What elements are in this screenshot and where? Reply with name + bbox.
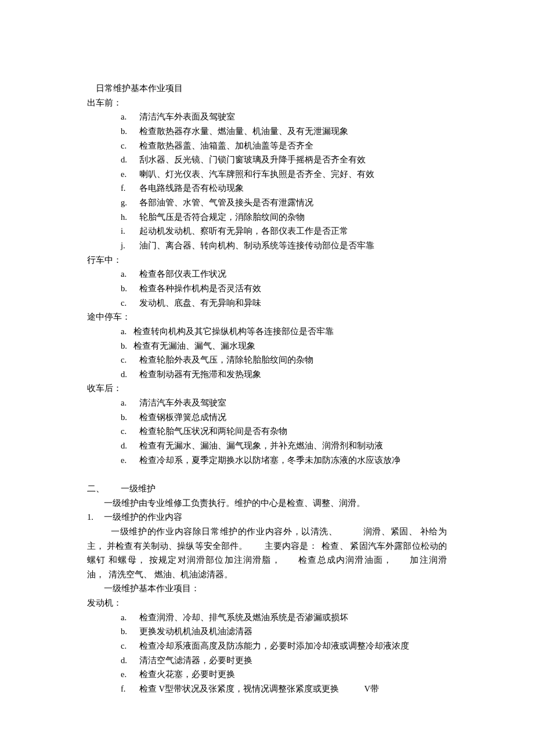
- item-text: 更换发动机机油及机油滤清器: [139, 624, 252, 639]
- item-text: 各电路线路是否有松动现象: [139, 181, 244, 196]
- marker: j.: [121, 238, 139, 253]
- body-text: 检查、: [322, 541, 348, 551]
- list-item: b.检查各种操作机构是否灵活有效: [121, 281, 447, 296]
- list-item: a.检查转向机构及其它操纵机构等各连接部位是否牢靠: [121, 324, 447, 339]
- item-text: 起动机发动机、察听有无异响，各部仪表工作是否正常: [139, 224, 348, 238]
- marker: b.: [121, 124, 139, 139]
- list-item: d.清洁空气滤清器，必要时更换: [121, 653, 447, 668]
- item-text: 检查冷却系，夏季定期换水以防堵塞，冬季未加防冻液的水应该放净: [139, 453, 400, 468]
- list-item: a.检查各部仪表工作状况: [121, 267, 447, 281]
- text: 型带状况及张紧度，视情况调整张紧度或更换: [165, 684, 339, 693]
- item-text: 清洁空气滤清器，必要时更换: [139, 653, 252, 668]
- list-item: c.检查冷却系液面高度及防冻能力，必要时添加冷却液或调整冷却液浓度: [121, 639, 447, 653]
- body-text: 清洗空气、: [109, 570, 152, 579]
- body-text: 燃油、机油滤清器。: [154, 570, 233, 579]
- item-text: 检查火花塞，必要时更换: [139, 667, 235, 682]
- list-item: b.检查有无漏油、漏气、漏水现象: [121, 339, 447, 353]
- marker: b.: [121, 410, 139, 425]
- item-text: 清洁汽车外表面及驾驶室: [139, 110, 235, 124]
- marker: h.: [121, 210, 139, 225]
- body-text: 一级维护的作业内容除日常维护的作业内容外，以清洗、: [111, 527, 338, 536]
- level1-body: 一级维护的作业内容除日常维护的作业内容外，以清洗、润滑、紧固、 补给为主， 并检…: [87, 525, 447, 582]
- text: 检查: [139, 684, 159, 693]
- list-item: e.喇叭、灯光仪表、汽车牌照和行车执照是否齐全、完好、有效: [121, 167, 447, 182]
- item-text: 检查散热器存水量、燃油量、机油量、及有无泄漏现象: [139, 124, 348, 139]
- marker: c.: [121, 296, 139, 310]
- list-item: h.轮胎气压是否符合规定，消除胎纹间的杂物: [121, 210, 447, 225]
- marker: c.: [121, 353, 139, 367]
- item-text: 各部油管、水管、气管及接头是否有泄露情况: [139, 196, 313, 210]
- section-heading-driving: 行车中：: [87, 253, 447, 267]
- body-text: 和螺母，: [109, 555, 146, 565]
- level1-sub-heading: 1.一级维护的作业内容: [87, 510, 447, 525]
- item-text: 检查制动器有无拖滞和发热现象: [139, 367, 261, 382]
- marker: f.: [121, 682, 139, 696]
- section-heading-before: 出车前：: [87, 96, 447, 110]
- body-text: 润滑、紧固、: [363, 527, 417, 536]
- list-item: a.清洁汽车外表及驾驶室: [121, 396, 447, 410]
- marker: c.: [121, 424, 139, 439]
- list-item: e.检查冷却系，夏季定期换水以防堵塞，冬季未加防冻液的水应该放净: [121, 453, 447, 468]
- list-item: f. 检查 V型带状况及张紧度，视情况调整张紧度或更换V带: [121, 682, 447, 696]
- list-item: b.更换发动机机油及机油滤清器: [121, 624, 447, 639]
- level1-intro: 一级维护由专业维修工负责执行。维护的中心是检查、调整、润滑。: [87, 496, 447, 511]
- list-item: d.检查制动器有无拖滞和发热现象: [121, 367, 447, 382]
- marker: c.: [121, 139, 139, 153]
- marker: a.: [121, 267, 139, 281]
- item-text: 检查 V型带状况及张紧度，视情况调整张紧度或更换V带: [139, 682, 379, 696]
- item-text: 检查散热器盖、油箱盖、加机油盖等是否齐全: [139, 139, 313, 153]
- sub-number: 1.: [87, 510, 104, 525]
- item-text: 轮胎气压是否符合规定，消除胎纹间的杂物: [139, 210, 305, 225]
- marker: e.: [121, 667, 139, 682]
- page-title: 日常维护基本作业项目: [87, 81, 447, 96]
- item-text: 检查有无漏油、漏气、漏水现象: [134, 339, 255, 353]
- list-item: j.油门、离合器、转向机构、制动系统等连接传动部位是否牢靠: [121, 238, 447, 253]
- item-text: 清洁汽车外表及驾驶室: [139, 396, 226, 410]
- text: V: [365, 684, 370, 693]
- marker: a.: [121, 610, 139, 625]
- item-text: 检查有无漏水、漏油、漏气现象，并补充燃油、润滑剂和制动液: [139, 439, 383, 453]
- list-item: b.检查散热器存水量、燃油量、机油量、及有无泄漏现象: [121, 124, 447, 139]
- section-number: 二、: [87, 482, 121, 496]
- marker: d.: [121, 367, 139, 382]
- list-item: d.检查有无漏水、漏油、漏气现象，并补充燃油、润滑剂和制动液: [121, 439, 447, 453]
- marker: a.: [121, 396, 139, 410]
- marker: b.: [121, 281, 139, 296]
- item-text: 刮水器、反光镜、门锁门窗玻璃及升降手摇柄是否齐全有效: [139, 153, 366, 167]
- item-text: 发动机、底盘、有无异响和异味: [139, 296, 261, 310]
- document-page: 日常维护基本作业项目 出车前： a.清洁汽车外表面及驾驶室 b.检查散热器存水量…: [0, 0, 534, 756]
- list-item: c.检查散热器盖、油箱盖、加机油盖等是否齐全: [121, 139, 447, 153]
- marker: d.: [121, 153, 139, 167]
- item-text: 检查润滑、冷却、排气系统及燃油系统是否渗漏或损坏: [139, 610, 348, 625]
- list-item: d.刮水器、反光镜、门锁门窗玻璃及升降手摇柄是否齐全有效: [121, 153, 447, 167]
- list-item: c.发动机、底盘、有无异响和异味: [121, 296, 447, 310]
- marker: e.: [121, 167, 139, 182]
- item-text: 喇叭、灯光仪表、汽车牌照和行车执照是否齐全、完好、有效: [139, 167, 374, 182]
- body-text: 按规定对润滑部位加注润滑脂，: [149, 555, 281, 565]
- list-item: b.检查钢板弹簧总成情况: [121, 410, 447, 425]
- item-text: 检查各部仪表工作状况: [139, 267, 226, 281]
- marker: d.: [121, 439, 139, 453]
- marker: i.: [121, 224, 139, 238]
- section-level1-heading: 二、 一级维护: [87, 482, 447, 496]
- item-text: 检查冷却系液面高度及防冻能力，必要时添加冷却液或调整冷却液浓度: [139, 639, 409, 653]
- marker: e.: [121, 453, 139, 468]
- marker: f.: [121, 181, 139, 196]
- list-item: i.起动机发动机、察听有无异响，各部仪表工作是否正常: [121, 224, 447, 238]
- spacer: [87, 467, 447, 482]
- item-text: 检查轮胎气压状况和两轮间是否有杂物: [139, 424, 287, 439]
- list-item: a.检查润滑、冷却、排气系统及燃油系统是否渗漏或损坏: [121, 610, 447, 625]
- text: 带: [370, 684, 379, 693]
- marker: c.: [121, 639, 139, 653]
- marker: d.: [121, 653, 139, 668]
- list-item: e.检查火花塞，必要时更换: [121, 667, 447, 682]
- list-item: f.各电路线路是否有松动现象: [121, 181, 447, 196]
- section-heading-stop: 途中停车：: [87, 310, 447, 324]
- engine-heading: 发动机：: [87, 596, 447, 610]
- list-item: g.各部油管、水管、气管及接头是否有泄露情况: [121, 196, 447, 210]
- body-text: 主要内容是：: [265, 541, 317, 551]
- item-text: 检查钢板弹簧总成情况: [139, 410, 226, 425]
- text: V: [159, 684, 165, 693]
- marker: a.: [121, 324, 134, 339]
- list-item: c.检查轮胎外表及气压，清除轮胎胎纹间的杂物: [121, 353, 447, 367]
